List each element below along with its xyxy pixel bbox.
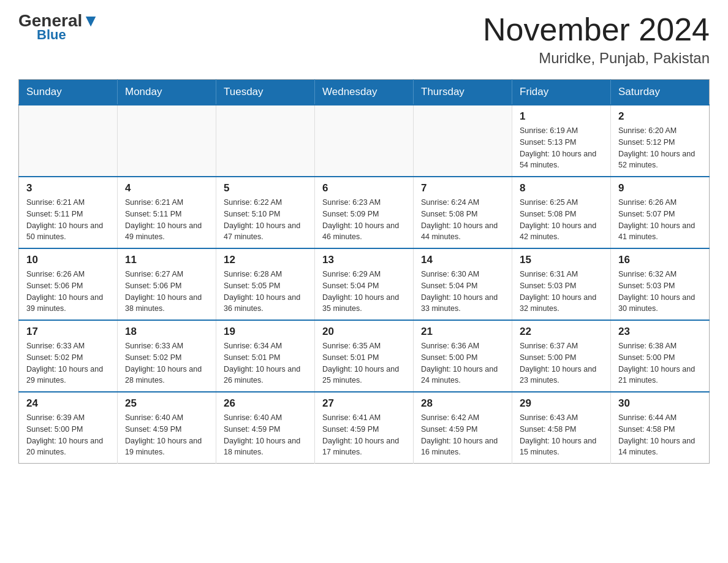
weekday-header-monday: Monday (118, 80, 216, 105)
weekday-header-thursday: Thursday (414, 80, 512, 105)
day-info: Sunrise: 6:35 AM Sunset: 5:01 PM Dayligh… (322, 340, 406, 386)
calendar-cell: 22Sunrise: 6:37 AM Sunset: 5:00 PM Dayli… (512, 320, 611, 392)
calendar-cell: 11Sunrise: 6:27 AM Sunset: 5:06 PM Dayli… (118, 248, 216, 320)
day-number: 17 (26, 326, 110, 338)
day-number: 2 (618, 110, 702, 123)
week-row-5: 24Sunrise: 6:39 AM Sunset: 5:00 PM Dayli… (19, 392, 710, 464)
calendar-cell: 3Sunrise: 6:21 AM Sunset: 5:11 PM Daylig… (19, 177, 118, 248)
day-number: 11 (125, 254, 208, 266)
logo-blue-text: Blue (37, 27, 66, 43)
day-number: 5 (224, 182, 307, 194)
day-info: Sunrise: 6:26 AM Sunset: 5:07 PM Dayligh… (618, 197, 702, 243)
calendar-cell: 25Sunrise: 6:40 AM Sunset: 4:59 PM Dayli… (118, 392, 216, 464)
day-info: Sunrise: 6:19 AM Sunset: 5:13 PM Dayligh… (520, 125, 603, 171)
day-number: 24 (26, 397, 110, 410)
day-info: Sunrise: 6:32 AM Sunset: 5:03 PM Dayligh… (618, 269, 702, 315)
calendar-cell: 15Sunrise: 6:31 AM Sunset: 5:03 PM Dayli… (512, 248, 611, 320)
weekday-header-row: SundayMondayTuesdayWednesdayThursdayFrid… (19, 80, 710, 105)
day-info: Sunrise: 6:28 AM Sunset: 5:05 PM Dayligh… (224, 269, 307, 315)
weekday-header-tuesday: Tuesday (216, 80, 315, 105)
week-row-4: 17Sunrise: 6:33 AM Sunset: 5:02 PM Dayli… (19, 320, 710, 392)
day-info: Sunrise: 6:43 AM Sunset: 4:58 PM Dayligh… (520, 412, 603, 458)
calendar-cell: 13Sunrise: 6:29 AM Sunset: 5:04 PM Dayli… (315, 248, 414, 320)
day-number: 13 (322, 254, 406, 266)
day-number: 14 (421, 254, 504, 266)
weekday-header-wednesday: Wednesday (315, 80, 414, 105)
day-number: 19 (224, 326, 307, 338)
calendar-cell: 20Sunrise: 6:35 AM Sunset: 5:01 PM Dayli… (315, 320, 414, 392)
calendar-cell: 19Sunrise: 6:34 AM Sunset: 5:01 PM Dayli… (216, 320, 315, 392)
day-number: 30 (618, 397, 702, 410)
day-number: 27 (322, 397, 406, 410)
calendar-cell (19, 105, 118, 177)
day-number: 26 (224, 397, 307, 410)
calendar-cell: 28Sunrise: 6:42 AM Sunset: 4:59 PM Dayli… (414, 392, 512, 464)
day-info: Sunrise: 6:37 AM Sunset: 5:00 PM Dayligh… (520, 340, 603, 386)
day-info: Sunrise: 6:25 AM Sunset: 5:08 PM Dayligh… (520, 197, 603, 243)
calendar-cell: 9Sunrise: 6:26 AM Sunset: 5:07 PM Daylig… (611, 177, 710, 248)
day-number: 10 (26, 254, 110, 266)
day-info: Sunrise: 6:31 AM Sunset: 5:03 PM Dayligh… (520, 269, 603, 315)
calendar-cell: 2Sunrise: 6:20 AM Sunset: 5:12 PM Daylig… (611, 105, 710, 177)
calendar-cell: 10Sunrise: 6:26 AM Sunset: 5:06 PM Dayli… (19, 248, 118, 320)
day-number: 9 (618, 182, 702, 194)
calendar-cell: 17Sunrise: 6:33 AM Sunset: 5:02 PM Dayli… (19, 320, 118, 392)
calendar-subtitle: Muridke, Punjab, Pakistan (483, 50, 710, 67)
day-number: 7 (421, 182, 504, 194)
day-info: Sunrise: 6:40 AM Sunset: 4:59 PM Dayligh… (125, 412, 208, 458)
day-number: 4 (125, 182, 208, 194)
calendar-cell: 21Sunrise: 6:36 AM Sunset: 5:00 PM Dayli… (414, 320, 512, 392)
day-info: Sunrise: 6:39 AM Sunset: 5:00 PM Dayligh… (26, 412, 110, 458)
day-info: Sunrise: 6:21 AM Sunset: 5:11 PM Dayligh… (26, 197, 110, 243)
calendar-cell: 14Sunrise: 6:30 AM Sunset: 5:04 PM Dayli… (414, 248, 512, 320)
weekday-header-saturday: Saturday (611, 80, 710, 105)
calendar-cell: 7Sunrise: 6:24 AM Sunset: 5:08 PM Daylig… (414, 177, 512, 248)
day-number: 23 (618, 326, 702, 338)
day-number: 15 (520, 254, 603, 266)
day-number: 21 (421, 326, 504, 338)
day-info: Sunrise: 6:36 AM Sunset: 5:00 PM Dayligh… (421, 340, 504, 386)
day-info: Sunrise: 6:34 AM Sunset: 5:01 PM Dayligh… (224, 340, 307, 386)
calendar-cell (414, 105, 512, 177)
day-number: 20 (322, 326, 406, 338)
day-info: Sunrise: 6:26 AM Sunset: 5:06 PM Dayligh… (26, 269, 110, 315)
week-row-2: 3Sunrise: 6:21 AM Sunset: 5:11 PM Daylig… (19, 177, 710, 248)
calendar-cell: 18Sunrise: 6:33 AM Sunset: 5:02 PM Dayli… (118, 320, 216, 392)
day-info: Sunrise: 6:20 AM Sunset: 5:12 PM Dayligh… (618, 125, 702, 171)
day-number: 6 (322, 182, 406, 194)
day-info: Sunrise: 6:21 AM Sunset: 5:11 PM Dayligh… (125, 197, 208, 243)
calendar-cell (118, 105, 216, 177)
day-number: 16 (618, 254, 702, 266)
day-number: 28 (421, 397, 504, 410)
day-number: 12 (224, 254, 307, 266)
day-info: Sunrise: 6:27 AM Sunset: 5:06 PM Dayligh… (125, 269, 208, 315)
day-info: Sunrise: 6:38 AM Sunset: 5:00 PM Dayligh… (618, 340, 702, 386)
day-info: Sunrise: 6:33 AM Sunset: 5:02 PM Dayligh… (125, 340, 208, 386)
calendar-cell: 8Sunrise: 6:25 AM Sunset: 5:08 PM Daylig… (512, 177, 611, 248)
day-info: Sunrise: 6:44 AM Sunset: 4:58 PM Dayligh… (618, 412, 702, 458)
day-number: 29 (520, 397, 603, 410)
day-info: Sunrise: 6:33 AM Sunset: 5:02 PM Dayligh… (26, 340, 110, 386)
day-info: Sunrise: 6:30 AM Sunset: 5:04 PM Dayligh… (421, 269, 504, 315)
calendar-cell: 26Sunrise: 6:40 AM Sunset: 4:59 PM Dayli… (216, 392, 315, 464)
calendar-cell: 5Sunrise: 6:22 AM Sunset: 5:10 PM Daylig… (216, 177, 315, 248)
day-info: Sunrise: 6:41 AM Sunset: 4:59 PM Dayligh… (322, 412, 406, 458)
calendar-cell: 1Sunrise: 6:19 AM Sunset: 5:13 PM Daylig… (512, 105, 611, 177)
day-number: 1 (520, 110, 603, 123)
day-info: Sunrise: 6:40 AM Sunset: 4:59 PM Dayligh… (224, 412, 307, 458)
calendar-cell: 23Sunrise: 6:38 AM Sunset: 5:00 PM Dayli… (611, 320, 710, 392)
logo-triangle-icon: ▼ (82, 11, 99, 30)
day-info: Sunrise: 6:23 AM Sunset: 5:09 PM Dayligh… (322, 197, 406, 243)
day-number: 25 (125, 397, 208, 410)
day-info: Sunrise: 6:42 AM Sunset: 4:59 PM Dayligh… (421, 412, 504, 458)
title-block: November 2024 Muridke, Punjab, Pakistan (483, 12, 710, 67)
weekday-header-friday: Friday (512, 80, 611, 105)
calendar-cell: 30Sunrise: 6:44 AM Sunset: 4:58 PM Dayli… (611, 392, 710, 464)
day-info: Sunrise: 6:22 AM Sunset: 5:10 PM Dayligh… (224, 197, 307, 243)
calendar-cell: 24Sunrise: 6:39 AM Sunset: 5:00 PM Dayli… (19, 392, 118, 464)
day-info: Sunrise: 6:29 AM Sunset: 5:04 PM Dayligh… (322, 269, 406, 315)
day-number: 22 (520, 326, 603, 338)
calendar-cell: 4Sunrise: 6:21 AM Sunset: 5:11 PM Daylig… (118, 177, 216, 248)
week-row-3: 10Sunrise: 6:26 AM Sunset: 5:06 PM Dayli… (19, 248, 710, 320)
calendar-title: November 2024 (483, 12, 710, 47)
